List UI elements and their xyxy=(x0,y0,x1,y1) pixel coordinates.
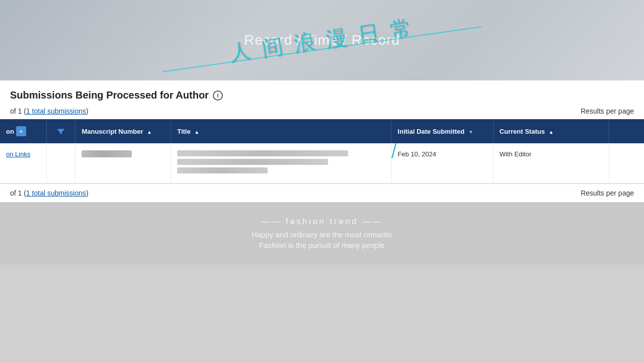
th-current-status[interactable]: Current Status ▲ xyxy=(493,119,609,143)
date-cell-inner: Feb 10, 2024 xyxy=(397,150,487,158)
info-icon[interactable]: i xyxy=(213,90,223,101)
submissions-heading: Submissions Being Processed for Author i xyxy=(0,80,644,105)
breadcrumb: Record / Time / Record xyxy=(244,32,400,48)
initial-date-value: Feb 10, 2024 xyxy=(397,150,436,158)
title-cell xyxy=(171,143,391,184)
action-links[interactable]: on Links xyxy=(6,150,30,158)
extra-cell xyxy=(609,143,644,184)
action-links-cell: on Links xyxy=(0,143,46,184)
page-wrapper: 人 间 浪 漫 日 常 Record / Time / Record Submi… xyxy=(0,0,644,264)
diagonal-line xyxy=(391,143,396,158)
content-area: Submissions Being Processed for Author i… xyxy=(0,80,644,202)
add-action-button[interactable]: + xyxy=(16,126,26,136)
footer-line2: Happy and ordinary are the most romantic xyxy=(10,230,634,239)
table-row: on Links xyxy=(0,143,644,184)
manuscript-number-cell xyxy=(75,143,171,184)
manuscript-number-blurred xyxy=(82,150,132,157)
th-initial-date[interactable]: Initial Date Submitted ▼ xyxy=(391,119,493,143)
footer-area: —— fashion trend —— Happy and ordinary a… xyxy=(0,202,644,264)
submissions-table: on + xyxy=(0,119,644,184)
manuscript-sort-icon: ▲ xyxy=(147,129,152,135)
bottom-results-per-page: Results per page xyxy=(581,189,634,197)
top-count-text: of 1 (1 total submissions) xyxy=(10,107,89,115)
bottom-total-link[interactable]: 1 total submissions xyxy=(26,189,86,197)
footer-line3: Fashion is the pursuit of many people xyxy=(10,241,634,249)
initial-date-cell: Feb 10, 2024 xyxy=(391,143,493,184)
title-line-2 xyxy=(177,159,328,165)
bottom-results-row: of 1 (1 total submissions) Results per p… xyxy=(0,184,644,202)
header-area: 人 间 浪 漫 日 常 Record / Time / Record xyxy=(0,0,644,80)
date-sort-icon: ▼ xyxy=(468,129,473,135)
title-line-1 xyxy=(177,150,348,156)
th-extra xyxy=(609,119,644,143)
th-action-label: on xyxy=(6,128,14,135)
top-results-per-page: Results per page xyxy=(581,107,634,115)
footer-line1: —— fashion trend —— xyxy=(10,217,634,226)
top-total-link[interactable]: 1 total submissions xyxy=(26,107,86,115)
th-manuscript-number[interactable]: Manuscript Number ▲ xyxy=(75,119,171,143)
bottom-count-text: of 1 (1 total submissions) xyxy=(10,189,89,197)
title-sort-icon: ▲ xyxy=(194,129,199,135)
current-status-value: With Editor xyxy=(500,150,532,158)
status-sort-icon: ▲ xyxy=(549,129,554,135)
title-line-3 xyxy=(177,167,268,173)
current-status-cell: With Editor xyxy=(493,143,609,184)
th-title[interactable]: Title ▲ xyxy=(171,119,391,143)
table-wrapper: on + xyxy=(0,119,644,184)
page-title: Submissions Being Processed for Author xyxy=(10,89,209,101)
filter-cell xyxy=(46,143,75,184)
th-filter xyxy=(46,119,75,143)
filter-icon[interactable] xyxy=(56,127,65,136)
top-results-row: of 1 (1 total submissions) Results per p… xyxy=(0,105,644,119)
th-action: on + xyxy=(0,119,46,143)
table-header-row: on + xyxy=(0,119,644,143)
